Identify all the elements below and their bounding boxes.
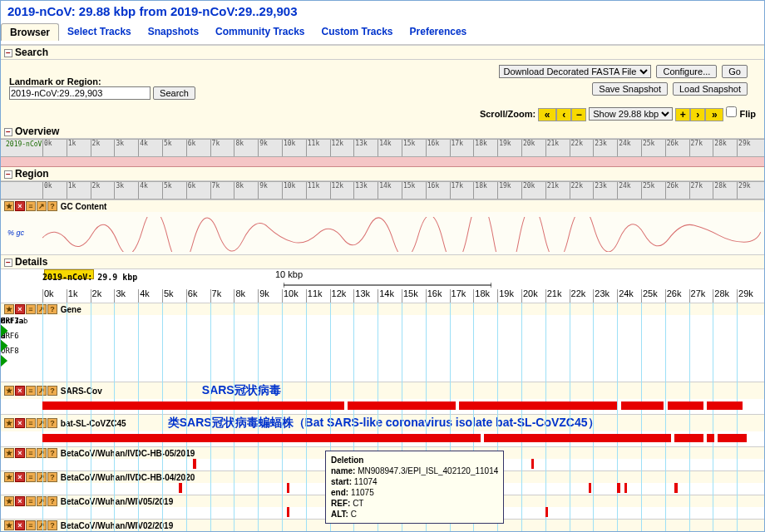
tab-snapshots[interactable]: Snapshots xyxy=(140,23,207,41)
close-track-icon[interactable]: × xyxy=(15,201,25,211)
favorite-icon[interactable]: ★ xyxy=(4,418,14,428)
share-track-icon[interactable]: ↗ xyxy=(37,201,47,211)
close-track-icon[interactable]: × xyxy=(15,520,25,530)
tab-custom-tracks[interactable]: Custom Tracks xyxy=(313,23,401,41)
ruler-tick: 11k xyxy=(306,140,330,156)
info-track-icon[interactable]: ? xyxy=(47,386,57,396)
gc-content-plot[interactable]: % gc xyxy=(1,212,764,255)
overview-ruler[interactable]: 2019-nCoV 0k1k2k3k4k5k6k7k8k9k10k11k12k1… xyxy=(1,139,764,157)
scroll-left-fast-icon[interactable]: « xyxy=(538,108,556,121)
tab-browser[interactable]: Browser xyxy=(1,23,59,41)
gene-label: OR xyxy=(1,317,10,325)
tab-preferences[interactable]: Preferences xyxy=(402,23,476,41)
ruler-tick: 27k xyxy=(689,289,713,303)
info-track-icon[interactable]: ? xyxy=(47,201,57,211)
share-track-icon[interactable]: ↗ xyxy=(37,386,47,396)
scroll-right-fast-icon[interactable]: » xyxy=(705,108,723,121)
sars-red-track[interactable] xyxy=(42,399,761,412)
ruler-tick: 2k xyxy=(91,140,115,156)
zoom-out-icon[interactable]: − xyxy=(571,108,586,121)
collapse-icon[interactable]: − xyxy=(4,170,12,179)
ruler-tick: 10k xyxy=(282,182,306,199)
flip-checkbox[interactable] xyxy=(726,106,737,117)
go-button[interactable]: Go xyxy=(722,65,748,78)
config-track-icon[interactable]: ≡ xyxy=(26,386,36,396)
config-track-icon[interactable]: ≡ xyxy=(26,472,36,482)
favorite-icon[interactable]: ★ xyxy=(4,496,14,506)
landmark-input[interactable] xyxy=(9,86,151,100)
share-track-icon[interactable]: ↗ xyxy=(37,496,47,506)
ruler-tick: 3k xyxy=(114,182,138,199)
config-track-icon[interactable]: ≡ xyxy=(26,418,36,428)
tab-select-tracks[interactable]: Select Tracks xyxy=(59,23,140,41)
favorite-icon[interactable]: ★ xyxy=(4,201,14,211)
scroll-left-icon[interactable]: ‹ xyxy=(556,108,571,121)
details-scale-label: 2019-nCoV: 29.9 kbp xyxy=(42,273,137,282)
config-track-icon[interactable]: ≡ xyxy=(26,448,36,458)
gene-track[interactable]: orf1abSORF3aEMORF6ORF7aORF8NOR xyxy=(1,315,764,382)
download-select[interactable]: Download Decorated FASTA File xyxy=(499,65,651,78)
close-track-icon[interactable]: × xyxy=(15,386,25,396)
close-track-icon[interactable]: × xyxy=(15,304,25,314)
ruler-tick: 6k xyxy=(186,289,210,303)
config-track-icon[interactable]: ≡ xyxy=(26,496,36,506)
load-snapshot-button[interactable]: Load Snapshot xyxy=(673,82,748,96)
ruler-tick: 4k xyxy=(138,140,162,156)
tooltip-end-label: end: xyxy=(331,488,348,497)
ruler-tick: 5k xyxy=(162,140,186,156)
collapse-icon[interactable]: − xyxy=(4,49,12,57)
favorite-icon[interactable]: ★ xyxy=(4,304,14,314)
zoom-select[interactable]: Show 29.88 kbp xyxy=(589,107,673,121)
bat-red-track[interactable] xyxy=(42,431,761,445)
info-track-icon[interactable]: ? xyxy=(47,472,57,482)
collapse-icon[interactable]: − xyxy=(4,259,12,267)
ruler-tick: 22k xyxy=(570,289,594,303)
info-track-icon[interactable]: ? xyxy=(47,448,57,458)
close-track-icon[interactable]: × xyxy=(15,418,25,428)
scroll-right-icon[interactable]: › xyxy=(690,108,705,121)
configure-button[interactable]: Configure... xyxy=(656,65,717,78)
config-track-icon[interactable]: ≡ xyxy=(26,201,36,211)
config-track-icon[interactable]: ≡ xyxy=(26,520,36,530)
tooltip-alt-label: ALT: xyxy=(331,510,348,519)
info-track-icon[interactable]: ? xyxy=(47,418,57,428)
share-track-icon[interactable]: ↗ xyxy=(37,472,47,482)
ruler-tick: 8k xyxy=(234,289,258,303)
ruler-tick: 9k xyxy=(258,140,282,156)
favorite-icon[interactable]: ★ xyxy=(4,386,14,396)
config-track-icon[interactable]: ≡ xyxy=(26,304,36,314)
collapse-icon[interactable]: − xyxy=(4,128,12,136)
share-track-icon[interactable]: ↗ xyxy=(37,418,47,428)
favorite-icon[interactable]: ★ xyxy=(4,448,14,458)
tab-community-tracks[interactable]: Community Tracks xyxy=(207,23,313,41)
region-ruler[interactable]: 0k1k2k3k4k5k6k7k8k9k10k11k12k13k14k15k16… xyxy=(1,181,764,200)
ruler-tick: 23k xyxy=(593,289,617,303)
close-track-icon[interactable]: × xyxy=(15,496,25,506)
save-snapshot-button[interactable]: Save Snapshot xyxy=(592,82,668,96)
info-track-icon[interactable]: ? xyxy=(47,520,57,530)
ruler-tick: 7k xyxy=(210,289,234,303)
zoom-in-icon[interactable]: + xyxy=(675,108,690,121)
bat-annotation-text: 类SARS冠状病毒蝙蝠株（Bat SARS-like coronavirus i… xyxy=(168,416,600,431)
search-section-header: −Search xyxy=(1,46,764,60)
details-ruler[interactable]: 2019-nCoV: 29.9 kbp 10 kbp 0k1k2k3k4k5k6… xyxy=(1,269,764,303)
ruler-tick: 24k xyxy=(617,289,641,303)
info-track-icon[interactable]: ? xyxy=(47,496,57,506)
search-button[interactable]: Search xyxy=(153,86,195,100)
ruler-tick: 19k xyxy=(497,182,521,199)
scrollzoom-label: Scroll/Zoom: xyxy=(480,109,536,119)
share-track-icon[interactable]: ↗ xyxy=(37,304,47,314)
ruler-tick: 11k xyxy=(306,182,330,199)
ruler-tick: 14k xyxy=(378,140,402,156)
gene-track-name: Gene xyxy=(61,305,81,314)
share-track-icon[interactable]: ↗ xyxy=(37,448,47,458)
close-track-icon[interactable]: × xyxy=(15,448,25,458)
favorite-icon[interactable]: ★ xyxy=(4,472,14,482)
bat-track-header: ★×≡↗? bat-SL-CoVZC45 类SARS冠状病毒蝙蝠株（Bat SA… xyxy=(1,414,764,431)
ruler-tick: 20k xyxy=(521,140,545,156)
favorite-icon[interactable]: ★ xyxy=(4,520,14,530)
close-track-icon[interactable]: × xyxy=(15,472,25,482)
share-track-icon[interactable]: ↗ xyxy=(37,520,47,530)
info-track-icon[interactable]: ? xyxy=(47,304,57,314)
ruler-tick: 21k xyxy=(545,289,570,303)
